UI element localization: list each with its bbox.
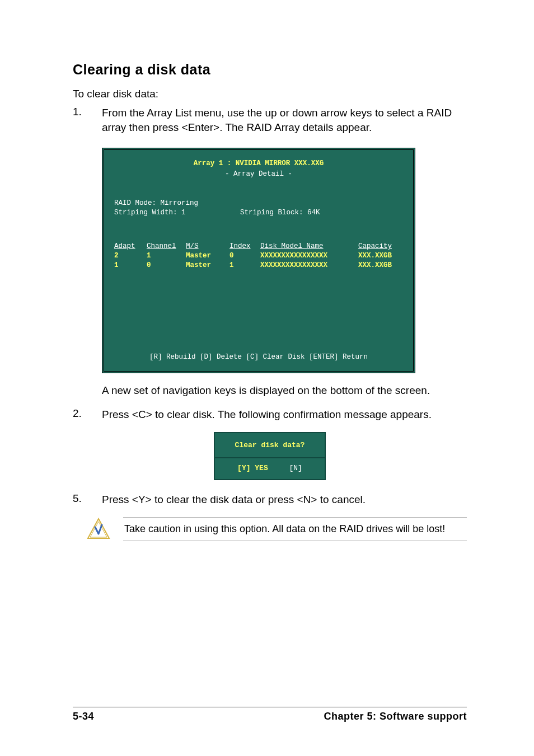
col-adapt: Adapt xyxy=(114,242,147,251)
caution-text: Take caution in using this option. All d… xyxy=(123,517,467,541)
cell-adapt-0: 2 xyxy=(114,252,119,260)
confirm-question: Clear disk data? xyxy=(215,433,325,458)
bios-raid-mode: RAID Mode: Mirroring xyxy=(114,199,198,207)
page: Clearing a disk data To clear disk data:… xyxy=(0,0,534,756)
step-5: 5. Press <Y> to clear the disk data or p… xyxy=(73,492,467,507)
page-footer: 5-34 Chapter 5: Software support xyxy=(73,707,467,722)
bios-panel: Array 1 : NVIDIA MIRROR XXX.XXG - Array … xyxy=(102,148,415,373)
cell-cap-0: XXX.XXGB xyxy=(358,252,392,260)
step-number-5: 5. xyxy=(73,492,102,507)
chapter-label: Chapter 5: Software support xyxy=(324,711,467,722)
cell-ms-1: Master xyxy=(186,261,211,269)
cell-cap-1: XXX.XXGB xyxy=(358,261,392,269)
step-note-text: A new set of navigation keys is displaye… xyxy=(102,383,467,398)
section-title: Clearing a disk data xyxy=(73,62,467,78)
cell-channel-1: 0 xyxy=(147,261,151,269)
cell-model-1: XXXXXXXXXXXXXXXX xyxy=(260,261,327,269)
cell-index-1: 1 xyxy=(229,261,234,269)
col-ms: M/S xyxy=(186,242,229,251)
col-index: Index xyxy=(229,242,260,251)
step-number: 1. xyxy=(73,106,102,134)
lead-text: To clear disk data: xyxy=(73,88,467,100)
steps-after-panel: A new set of navigation keys is displaye… xyxy=(73,383,467,422)
col-model: Disk Model Name xyxy=(260,242,358,251)
step-2: 2. Press <C> to clear disk. The followin… xyxy=(73,407,467,422)
steps-list: 1. From the Array List menu, use the up … xyxy=(73,106,467,134)
step-5-text: Press <Y> to clear the disk data or pres… xyxy=(102,492,467,507)
step-2-text: Press <C> to clear disk. The following c… xyxy=(102,407,467,422)
bios-info: RAID Mode: Mirroring Striping Width: 1 S… xyxy=(114,189,403,227)
bios-spacer xyxy=(114,281,403,342)
cell-adapt-1: 1 xyxy=(114,261,119,269)
cell-index-0: 0 xyxy=(229,252,234,260)
bios-striping-width: Striping Width: 1 xyxy=(114,209,186,217)
cell-ms-0: Master xyxy=(186,252,211,260)
caution-block: Take caution in using this option. All d… xyxy=(86,517,467,542)
step-1: 1. From the Array List menu, use the up … xyxy=(73,106,467,134)
step-number-blank xyxy=(73,383,102,398)
step-text: From the Array List menu, use the up or … xyxy=(102,106,467,134)
bios-striping-block: Striping Block: 64K xyxy=(240,209,320,217)
step-number-2: 2. xyxy=(73,407,102,422)
page-number: 5-34 xyxy=(73,711,94,722)
cell-model-0: XXXXXXXXXXXXXXXX xyxy=(260,252,327,260)
col-capacity: Capacity xyxy=(358,242,400,251)
confirm-yes[interactable]: [Y] YES xyxy=(237,464,268,472)
confirm-dialog: Clear disk data? [Y] YES [N] xyxy=(214,432,326,480)
step-note: A new set of navigation keys is displaye… xyxy=(73,383,467,398)
caution-icon xyxy=(86,517,111,542)
cell-channel-0: 1 xyxy=(147,252,151,260)
confirm-options: [Y] YES [N] xyxy=(215,458,325,479)
col-channel: Channel xyxy=(147,242,186,251)
confirm-no[interactable]: [N] xyxy=(289,464,302,472)
steps-final: 5. Press <Y> to clear the disk data or p… xyxy=(73,492,467,507)
bios-title: Array 1 : NVIDIA MIRROR XXX.XXG xyxy=(114,159,403,168)
bios-subtitle: - Array Detail - xyxy=(114,170,403,179)
bios-footer: [R] Rebuild [D] Delete [C] Clear Disk [E… xyxy=(114,342,403,368)
bios-table: Adapt2 1Channel1 0M/SMaster MasterIndex0… xyxy=(114,233,403,280)
